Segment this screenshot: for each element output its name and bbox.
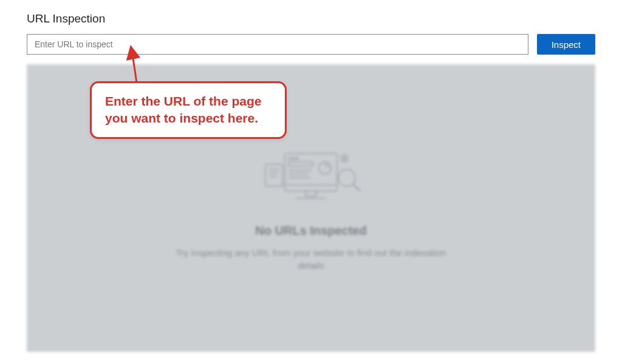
empty-state-description: Try inspecting any URL from your website…: [171, 246, 451, 272]
svg-rect-7: [289, 162, 313, 166]
annotation-callout: Enter the URL of the page you want to in…: [90, 81, 287, 139]
svg-line-13: [353, 184, 360, 191]
page-title: URL Inspection: [27, 12, 595, 25]
svg-rect-14: [265, 164, 282, 186]
empty-state-title: No URLs Inspected: [153, 224, 469, 238]
svg-point-4: [289, 157, 290, 159]
svg-point-19: [343, 157, 346, 160]
empty-state-illustration-icon: [253, 145, 369, 212]
url-input[interactable]: [27, 34, 528, 55]
input-row: Inspect: [27, 34, 595, 55]
svg-rect-2: [306, 191, 316, 196]
svg-point-12: [338, 169, 355, 186]
header: URL Inspection Inspect: [0, 0, 622, 55]
inspect-button[interactable]: Inspect: [537, 34, 595, 55]
empty-state-content: No URLs Inspected Try inspecting any URL…: [153, 145, 469, 272]
svg-point-5: [292, 157, 294, 159]
svg-point-6: [296, 157, 298, 159]
